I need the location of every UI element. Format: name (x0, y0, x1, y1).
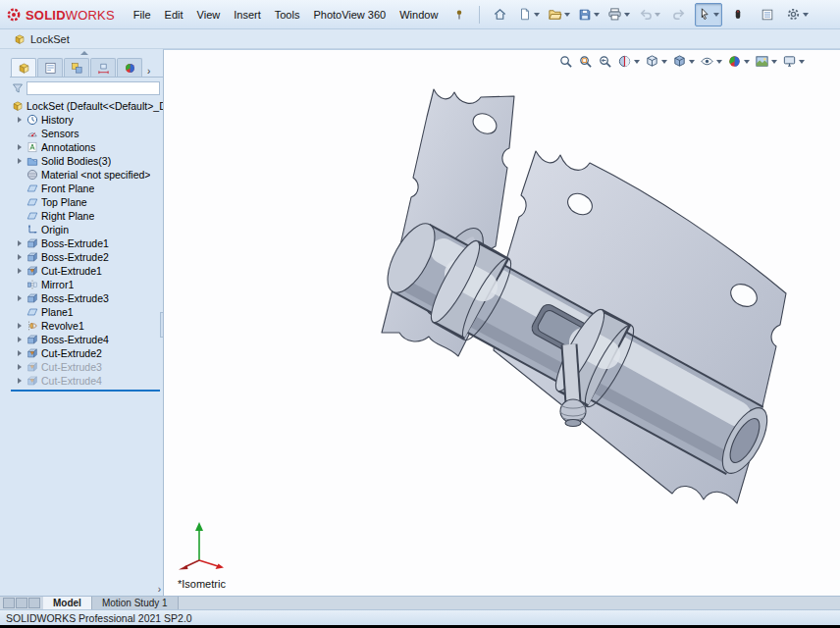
dropdown-caret-icon (799, 60, 805, 64)
zoom-to-area-button[interactable] (576, 52, 595, 71)
rollback-bar[interactable] (11, 390, 160, 392)
panel-tab-featuremanager[interactable] (11, 58, 36, 77)
tree-item-boss-extrude3[interactable]: Boss-Extrude3 (10, 291, 163, 305)
expand-arrow-icon[interactable] (16, 158, 24, 164)
tree-root-item[interactable]: LockSet (Default<<Default>_Display Sta (10, 99, 163, 113)
splitter-mini-icon[interactable] (3, 598, 15, 608)
panel-collapse-handle[interactable] (80, 51, 88, 55)
part-document-icon (14, 33, 26, 45)
expand-arrow-icon[interactable] (16, 337, 24, 342)
menu-insert[interactable]: Insert (227, 5, 268, 25)
undo-button[interactable] (635, 3, 663, 26)
tree-item-history[interactable]: History (10, 113, 163, 127)
menu-tools[interactable]: Tools (268, 5, 307, 25)
tree-item-front-plane[interactable]: Front Plane (10, 182, 163, 195)
menu-edit[interactable]: Edit (158, 5, 190, 25)
tree-item-label: Cut-Extrude3 (41, 361, 102, 373)
menu-window[interactable]: Window (393, 5, 445, 25)
tree-item-revolve1[interactable]: Revolve1 (10, 319, 163, 333)
splitter-mini-icon[interactable] (28, 598, 40, 608)
menu-file[interactable]: File (127, 5, 158, 25)
new-document-button[interactable] (515, 3, 543, 26)
open-button[interactable] (545, 3, 573, 26)
tree-item-boss-extrude1[interactable]: Boss-Extrude1 (10, 236, 163, 250)
expand-arrow-icon[interactable] (16, 268, 24, 274)
panel-tab-propertymanager[interactable] (37, 58, 63, 77)
tree-item-right-plane[interactable]: Right Plane (10, 209, 163, 223)
dimxpertmanager-icon (97, 62, 110, 75)
task-pane-button[interactable] (754, 3, 781, 26)
dropdown-caret-icon (564, 13, 570, 17)
tree-item-boss-extrude4[interactable]: Boss-Extrude4 (10, 333, 163, 346)
expand-arrow-icon[interactable] (16, 240, 24, 246)
tab-bar-splitter-controls[interactable] (0, 597, 43, 609)
options-button[interactable] (783, 3, 812, 26)
expand-arrow-icon[interactable] (16, 378, 24, 384)
apply-scene-button[interactable] (753, 52, 779, 71)
graphics-viewport[interactable]: *Isometric (163, 49, 840, 596)
panel-tab-configurationmanager[interactable] (64, 58, 89, 77)
save-button[interactable] (575, 3, 603, 26)
tab-motion-study-1[interactable]: Motion Study 1 (92, 597, 179, 609)
model-3d[interactable] (164, 50, 840, 596)
previous-view-button[interactable] (596, 52, 614, 71)
tree-item-mirror1[interactable]: Mirror1 (10, 278, 163, 291)
plane-icon (26, 183, 38, 194)
home-button[interactable] (486, 3, 513, 26)
zoom-to-fit-button[interactable] (556, 52, 575, 71)
home-icon (493, 7, 507, 22)
tree-item-cut-extrude3[interactable]: Cut-Extrude3 (10, 360, 163, 374)
logo-text-solid: SOLID (26, 8, 66, 23)
tree-item-cut-extrude1[interactable]: Cut-Extrude1 (10, 264, 163, 278)
tree-item-origin[interactable]: Origin (10, 223, 163, 236)
menu-view[interactable]: View (190, 5, 228, 25)
view-orientation-button[interactable] (643, 52, 669, 71)
tree-scroll-right-chevron[interactable]: › (158, 584, 161, 595)
tree-item-cut-extrude2[interactable]: Cut-Extrude2 (10, 346, 163, 360)
panel-tabs-overflow-chevron[interactable]: › (147, 66, 150, 77)
panel-tab-dimxpertmanager[interactable] (90, 58, 116, 77)
tree-item-boss-extrude2[interactable]: Boss-Extrude2 (10, 250, 163, 264)
plane-icon (26, 196, 38, 208)
pin-menu-button[interactable] (446, 3, 473, 26)
expand-arrow-icon[interactable] (16, 350, 24, 356)
tree-item-material-not-specified[interactable]: Material <not specified> (10, 168, 163, 182)
propertymanager-icon (44, 62, 57, 75)
expand-arrow-icon[interactable] (16, 364, 24, 370)
solidworks-logo: SOLIDWORKS (6, 6, 115, 24)
dropdown-caret-icon (713, 13, 719, 17)
panel-tab-displaymanager[interactable] (117, 58, 142, 77)
expand-arrow-icon[interactable] (16, 295, 24, 301)
tree-item-label: Origin (41, 224, 69, 236)
mouse-gestures-button[interactable] (724, 3, 752, 26)
splitter-mini-icon[interactable] (16, 598, 27, 608)
tree-item-plane1[interactable]: Plane1 (10, 305, 163, 319)
display-style-button[interactable] (670, 52, 697, 71)
expand-arrow-icon[interactable] (16, 254, 24, 260)
section-view-button[interactable] (615, 52, 642, 71)
tree-item-cut-extrude4[interactable]: Cut-Extrude4 (10, 374, 163, 388)
tree-item-solid-bodies-3[interactable]: Solid Bodies(3) (10, 154, 163, 168)
redo-button[interactable] (665, 3, 693, 26)
edit-appearance-button[interactable] (725, 52, 752, 71)
tree-filter-input[interactable] (26, 81, 160, 95)
menu-photoview-360[interactable]: PhotoView 360 (306, 5, 393, 25)
dropdown-caret-icon (624, 13, 630, 17)
expand-arrow-icon[interactable] (16, 323, 24, 329)
cut-extrude-icon (26, 265, 38, 277)
tree-item-annotations[interactable]: Annotations (10, 140, 163, 154)
dropdown-caret-icon (771, 60, 777, 64)
tree-item-sensors[interactable]: Sensors (10, 127, 163, 140)
select-button[interactable] (695, 3, 722, 26)
quick-toolbar (485, 3, 813, 26)
panel-tabs: › (10, 58, 163, 78)
view-settings-button[interactable] (780, 52, 807, 71)
print-button[interactable] (604, 3, 633, 26)
hide-show-items-button[interactable] (698, 52, 724, 71)
dropdown-caret-icon (634, 60, 640, 64)
expand-arrow-icon[interactable] (16, 144, 24, 150)
expand-arrow-icon[interactable] (16, 117, 24, 123)
reference-triad-icon (176, 515, 227, 570)
tab-model[interactable]: Model (43, 597, 92, 609)
tree-item-top-plane[interactable]: Top Plane (10, 195, 163, 209)
